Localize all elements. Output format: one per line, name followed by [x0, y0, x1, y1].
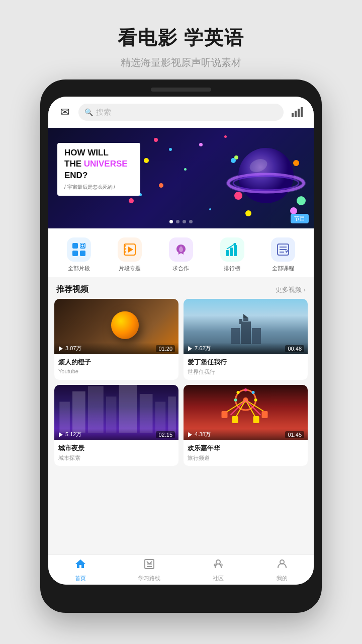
banner: HOW WILL THE UNIVERSE END? / 宇宙最后是怎么死的 /… [48, 128, 314, 228]
video-info-4: 欢乐嘉年华 旅行频道 [184, 440, 308, 466]
svg-rect-61 [222, 411, 228, 418]
video-thumb-3: 5.12万 02:15 [54, 385, 178, 440]
svg-rect-51 [168, 396, 175, 433]
svg-rect-47 [106, 396, 117, 433]
chart-icon[interactable] [289, 104, 306, 121]
search-icon: 🔍 [84, 108, 93, 116]
category-all-courses[interactable]: 全部课程 [271, 237, 295, 272]
video-views-3: 5.12万 [58, 431, 81, 438]
svg-marker-24 [128, 247, 133, 253]
svg-rect-62 [262, 411, 268, 418]
svg-point-69 [234, 398, 237, 401]
search-placeholder: 搜索 [96, 108, 111, 117]
mail-icon[interactable]: ✉ [56, 104, 73, 121]
svg-rect-64 [253, 416, 259, 423]
dot-1[interactable] [169, 220, 173, 223]
svg-rect-18 [80, 251, 85, 256]
video-title-3: 城市夜景 [58, 444, 174, 453]
ranking-label: 排行榜 [224, 265, 240, 272]
video-duration-2: 00:48 [285, 345, 304, 352]
search-bar[interactable]: 🔍 搜索 [78, 104, 284, 121]
dot-2[interactable] [176, 220, 179, 223]
nav-home[interactable]: 首页 [74, 558, 86, 582]
svg-point-76 [220, 564, 222, 566]
profile-icon [276, 558, 288, 573]
video-grid: 3.07万 01:20 烦人的橙子 Youtube [48, 299, 314, 471]
svg-point-66 [244, 388, 247, 391]
categories: 全部片段 片段专题 [48, 228, 314, 277]
phone-mockup: ✉ 🔍 搜索 [40, 79, 322, 613]
svg-rect-49 [140, 394, 153, 433]
svg-rect-63 [232, 416, 238, 423]
video-card-3[interactable]: 5.12万 02:15 城市夜景 城市探索 [54, 385, 178, 466]
svg-rect-39 [243, 318, 248, 321]
video-card-4[interactable]: 4.38万 01:45 欢乐嘉年华 旅行频道 [184, 385, 308, 466]
svg-rect-3 [301, 107, 303, 117]
nav-community[interactable]: 社区 [212, 558, 224, 582]
video-card-1[interactable]: 3.07万 01:20 烦人的橙子 Youtube [54, 299, 178, 380]
nav-profile[interactable]: 我的 [276, 558, 288, 582]
dot-3[interactable] [183, 220, 186, 223]
video-stats-2: 7.62万 00:48 [184, 343, 308, 354]
category-all-clips[interactable]: 全部片段 [67, 237, 91, 272]
clips-topic-label: 片段专题 [119, 265, 141, 272]
nav-home-label: 首页 [75, 575, 86, 582]
video-stats-3: 5.12万 02:15 [54, 429, 178, 440]
svg-rect-42 [252, 328, 261, 344]
svg-rect-46 [88, 386, 104, 433]
phone-screen: ✉ 🔍 搜索 [48, 97, 314, 585]
svg-rect-30 [234, 245, 237, 256]
banner-line1: HOW WILL [64, 148, 133, 158]
learning-icon [143, 558, 155, 573]
all-clips-icon [67, 237, 91, 262]
video-title-1: 烦人的橙子 [58, 358, 174, 367]
svg-rect-1 [295, 111, 297, 117]
page-title: 看电影 学英语 [118, 25, 245, 51]
collaborate-label: 求合作 [172, 265, 189, 272]
svg-point-13 [290, 207, 297, 214]
section-title: 推荐视频 [56, 284, 88, 295]
svg-rect-29 [230, 248, 233, 256]
nav-learning[interactable]: 学习路线 [138, 558, 160, 582]
banner-text: HOW WILL THE UNIVERSE END? / 宇宙最后是怎么死的 / [57, 143, 140, 196]
all-courses-icon [271, 237, 295, 262]
svg-point-9 [234, 192, 242, 200]
video-card-2[interactable]: 7.62万 00:48 爱丁堡任我行 世界任我行 [184, 299, 308, 380]
svg-rect-38 [239, 319, 242, 324]
category-collaborate[interactable]: 求合作 [169, 237, 193, 272]
svg-rect-45 [72, 391, 85, 433]
video-duration-1: 01:20 [156, 345, 175, 352]
svg-rect-44 [59, 401, 70, 433]
video-channel-3: 城市探索 [58, 454, 174, 462]
nav-learning-label: 学习路线 [138, 575, 160, 582]
ranking-icon [220, 237, 244, 262]
top-bar: ✉ 🔍 搜索 [48, 97, 314, 128]
category-clips-topic[interactable]: 片段专题 [118, 237, 142, 272]
svg-rect-50 [155, 401, 166, 433]
section-header: 推荐视频 更多视频 › [48, 277, 314, 299]
dot-4[interactable] [189, 220, 193, 223]
video-views-1: 3.07万 [58, 345, 81, 352]
video-channel-2: 世界任我行 [188, 368, 304, 376]
video-duration-3: 02:15 [156, 431, 175, 438]
page-subtitle: 精选海量影视原声听说素材 [118, 56, 245, 69]
svg-rect-2 [298, 109, 300, 117]
svg-marker-40 [243, 314, 248, 318]
svg-point-65 [237, 391, 240, 394]
svg-point-12 [231, 158, 236, 163]
bottom-nav: 首页 学习路线 [48, 554, 314, 585]
banner-line2: THE UNIVERSE [64, 159, 133, 169]
banner-subtitle: / 宇宙最后是怎么死的 / [64, 184, 133, 191]
svg-point-75 [214, 564, 216, 566]
category-ranking[interactable]: 排行榜 [220, 237, 244, 272]
banner-planet [223, 135, 309, 221]
video-stats-4: 4.38万 01:45 [184, 429, 308, 440]
video-info-1: 烦人的橙子 Youtube [54, 354, 178, 378]
more-videos-link[interactable]: 更多视频 › [276, 285, 306, 294]
nav-community-label: 社区 [213, 575, 224, 582]
video-duration-4: 01:45 [285, 431, 304, 438]
video-thumb-4: 4.38万 01:45 [184, 385, 308, 440]
nav-profile-label: 我的 [277, 575, 288, 582]
video-views-2: 7.62万 [187, 345, 211, 352]
svg-marker-43 [188, 346, 192, 351]
